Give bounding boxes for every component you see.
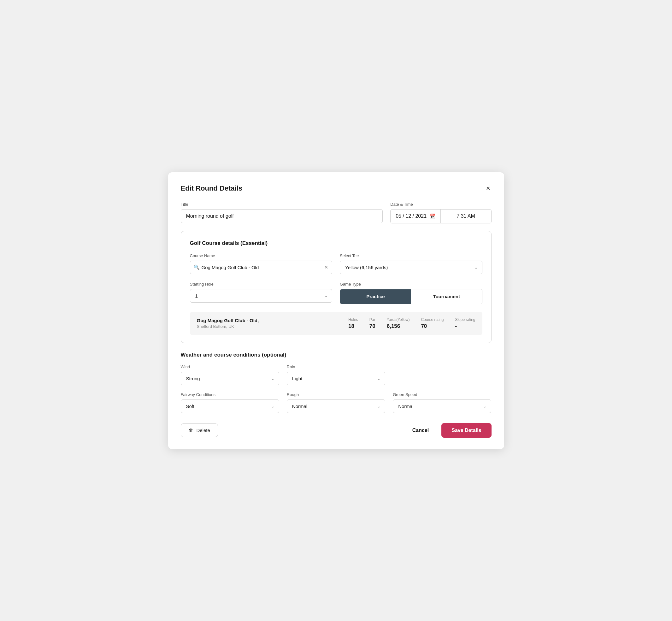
course-rating-stat: Course rating 70: [421, 318, 444, 329]
game-type-group: Game Type Practice Tournament: [340, 282, 482, 304]
green-speed-wrap: SlowNormalFast ⌄: [393, 400, 491, 413]
select-tee-wrap: Yellow (6,156 yards) White Red Blue ⌄: [340, 261, 482, 274]
yards-stat: Yards(Yellow) 6,156: [387, 318, 410, 329]
course-name-group: Course Name 🔍 ✕: [190, 253, 333, 274]
clear-icon[interactable]: ✕: [324, 264, 328, 270]
title-label: Title: [181, 202, 383, 207]
wind-select[interactable]: NoneLightModerateStrong: [181, 372, 279, 385]
save-button[interactable]: Save Details: [442, 423, 491, 438]
modal-header: Edit Round Details ×: [181, 184, 492, 193]
course-stats: Holes 18 Par 70 Yards(Yellow) 6,156 Cour…: [348, 318, 475, 329]
fairway-wrap: SoftNormalHard ⌄: [181, 400, 279, 413]
rain-group: Rain NoneLightModerateHeavy ⌄: [287, 365, 385, 385]
wind-rain-row: Wind NoneLightModerateStrong ⌄ Rain None…: [181, 365, 492, 385]
slope-rating-label: Slope rating: [455, 318, 475, 322]
course-tee-row: Course Name 🔍 ✕ Select Tee Yellow (6,156…: [190, 253, 482, 274]
course-name-label: Course Name: [190, 253, 333, 258]
course-rating-label: Course rating: [421, 318, 444, 322]
green-speed-label: Green Speed: [393, 392, 491, 397]
conditions-section: Weather and course conditions (optional)…: [181, 352, 492, 413]
footer-row: 🗑 Delete Cancel Save Details: [181, 416, 492, 438]
cancel-button[interactable]: Cancel: [406, 424, 435, 437]
conditions-grid: Wind NoneLightModerateStrong ⌄ Rain None…: [181, 365, 492, 413]
date-value: 05 / 12 / 2021: [395, 213, 426, 219]
fairway-label: Fairway Conditions: [181, 392, 279, 397]
yards-label: Yards(Yellow): [387, 318, 410, 322]
close-button[interactable]: ×: [485, 184, 492, 193]
rough-label: Rough: [287, 392, 385, 397]
delete-label: Delete: [197, 427, 210, 433]
starting-hole-wrap: 1234 5678 910 ⌄: [190, 289, 333, 303]
date-part[interactable]: 05 / 12 / 2021 📅: [390, 210, 440, 223]
time-part[interactable]: 7:31 AM: [441, 210, 491, 223]
select-tee-input[interactable]: Yellow (6,156 yards) White Red Blue: [340, 261, 482, 274]
course-rating-value: 70: [421, 323, 427, 329]
course-name-input[interactable]: [190, 261, 333, 274]
wind-label: Wind: [181, 365, 279, 369]
calendar-icon: 📅: [429, 213, 435, 219]
course-info-name: Gog Magog Golf Club - Old,: [197, 318, 349, 323]
fairway-rough-green-row: Fairway Conditions SoftNormalHard ⌄ Roug…: [181, 392, 492, 413]
par-value: 70: [370, 323, 375, 329]
practice-button[interactable]: Practice: [340, 289, 411, 304]
delete-button[interactable]: 🗑 Delete: [181, 423, 218, 437]
title-group: Title: [181, 202, 383, 223]
tournament-button[interactable]: Tournament: [411, 289, 482, 304]
datetime-group: Date & Time 05 / 12 / 2021 📅 7:31 AM: [390, 202, 491, 223]
holes-value: 18: [348, 323, 354, 329]
course-search-wrap: 🔍 ✕: [190, 261, 333, 274]
search-icon: 🔍: [194, 264, 200, 270]
starting-hole-group: Starting Hole 1234 5678 910 ⌄: [190, 282, 333, 304]
trash-icon: 🗑: [189, 427, 194, 433]
golf-course-section: Golf Course details (Essential) Course N…: [181, 231, 492, 343]
rain-select[interactable]: NoneLightModerateHeavy: [287, 372, 385, 385]
title-datetime-row: Title Date & Time 05 / 12 / 2021 📅 7:31 …: [181, 202, 492, 223]
select-tee-group: Select Tee Yellow (6,156 yards) White Re…: [340, 253, 482, 274]
rain-label: Rain: [287, 365, 385, 369]
green-speed-group: Green Speed SlowNormalFast ⌄: [393, 392, 491, 413]
wind-group: Wind NoneLightModerateStrong ⌄: [181, 365, 279, 385]
footer-right: Cancel Save Details: [406, 423, 492, 438]
starting-hole-label: Starting Hole: [190, 282, 333, 287]
rough-group: Rough ShortNormalLong ⌄: [287, 392, 385, 413]
green-speed-select[interactable]: SlowNormalFast: [393, 400, 491, 413]
wind-wrap: NoneLightModerateStrong ⌄: [181, 372, 279, 385]
modal-title: Edit Round Details: [181, 184, 243, 193]
holes-stat: Holes 18: [348, 318, 358, 329]
course-info-name-block: Gog Magog Golf Club - Old, Shelford Bott…: [197, 318, 349, 329]
course-info-location: Shelford Bottom, UK: [197, 324, 349, 329]
holes-label: Holes: [348, 318, 358, 322]
time-value: 7:31 AM: [457, 213, 475, 219]
yards-value: 6,156: [387, 323, 401, 329]
game-type-label: Game Type: [340, 282, 482, 287]
rough-wrap: ShortNormalLong ⌄: [287, 400, 385, 413]
rain-wrap: NoneLightModerateHeavy ⌄: [287, 372, 385, 385]
select-tee-label: Select Tee: [340, 253, 482, 258]
slope-rating-stat: Slope rating -: [455, 318, 475, 329]
starting-hole-select[interactable]: 1234 5678 910: [190, 289, 333, 303]
title-input[interactable]: [181, 209, 383, 223]
edit-round-modal: Edit Round Details × Title Date & Time 0…: [168, 172, 504, 449]
par-stat: Par 70: [370, 318, 375, 329]
slope-rating-value: -: [455, 323, 457, 329]
golf-course-title: Golf Course details (Essential): [190, 240, 482, 246]
course-info-bar: Gog Magog Golf Club - Old, Shelford Bott…: [190, 312, 482, 335]
date-time-input-row: 05 / 12 / 2021 📅 7:31 AM: [390, 209, 491, 223]
fairway-group: Fairway Conditions SoftNormalHard ⌄: [181, 392, 279, 413]
datetime-label: Date & Time: [390, 202, 491, 207]
game-type-toggle: Practice Tournament: [340, 289, 482, 304]
hole-gametype-row: Starting Hole 1234 5678 910 ⌄ Game Type …: [190, 282, 482, 304]
fairway-select[interactable]: SoftNormalHard: [181, 400, 279, 413]
conditions-title: Weather and course conditions (optional): [181, 352, 492, 358]
par-label: Par: [370, 318, 375, 322]
rough-select[interactable]: ShortNormalLong: [287, 400, 385, 413]
